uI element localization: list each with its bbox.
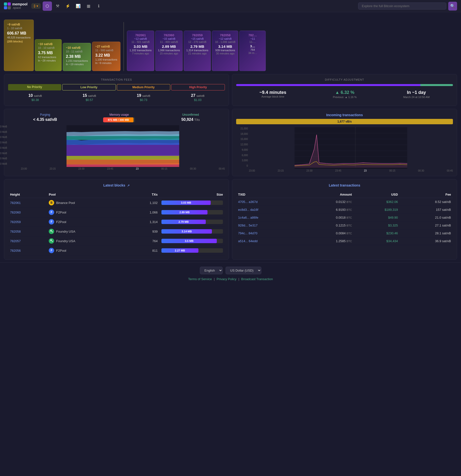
latest-transactions-table: TXID Amount USD Fee 4705... a367d 0.0132… [236, 191, 453, 245]
search-icon: 🔍 [450, 4, 455, 8]
fee-item-2: 19 sat/vB $0.73 [137, 93, 150, 102]
fee-tab-low[interactable]: Low Priority [62, 84, 116, 90]
confirmed-block-0[interactable]: 782061 ~12 sat/vB 11 - 501 sat/vB 3.03 M… [127, 31, 154, 71]
main-content: ~9 sat/vB 1 - 10 sat/vB 606.67 MB 48,525… [0, 12, 461, 285]
incoming-chart-y-labels: 21,000 18,000 15,000 12,000 9,000 6,000 … [236, 127, 248, 167]
lightning-icon: ⚡ [65, 4, 70, 8]
tx-txid[interactable]: 928d... 5e317 [236, 222, 301, 229]
pool-icon: ⛏ [49, 229, 54, 234]
block-pool: B Binance Pool [47, 198, 128, 208]
fee-tab-high[interactable]: High Priority [171, 84, 225, 90]
tx-txid[interactable]: 4705... a367d [236, 198, 301, 206]
difficulty-panel: DIFFICULTY ADJUSTMENT ~9.4 minutes Avera… [232, 74, 457, 106]
nav-icon-info[interactable]: ℹ [94, 1, 103, 11]
block-height[interactable]: 782060 [8, 208, 47, 217]
confirmed-block-3-height: 782058 [215, 33, 236, 37]
col-txid: TXID [236, 191, 301, 198]
block-txs: 811 [128, 246, 159, 255]
block-height[interactable]: 782057 [8, 236, 47, 246]
header: mempool .space ₿ ▾ ⬡ ⚒ ⚡ 📊 ▦ ℹ 🔍 [0, 0, 461, 12]
tx-usd: $362.06 [354, 198, 400, 206]
nav-icon-lightning[interactable]: ⚡ [63, 1, 73, 11]
language-select[interactable]: English [200, 267, 223, 274]
bitcoin-dropdown[interactable]: ₿ ▾ [31, 3, 41, 9]
tx-txid[interactable]: a514... 64edd [236, 237, 301, 245]
block-pool: F F2Pool [47, 217, 128, 227]
memory-bar-inner: 871 MB / 300 MB [103, 117, 133, 122]
tx-txid[interactable]: 794c... 84d70 [236, 229, 301, 237]
block-txs: 1,066 [128, 208, 159, 217]
nav-icon-home[interactable]: ⬡ [43, 1, 52, 11]
confirmed-block-2-timeago: 21 minutes ago [186, 52, 208, 55]
latest-transactions-panel: Latest transactions TXID Amount USD Fee … [232, 179, 457, 260]
nav-icon-tools[interactable]: ⚒ [53, 1, 62, 11]
block-pool: F F2Pool [47, 208, 128, 217]
latest-transactions-title: Latest transactions [236, 183, 453, 187]
confirmed-block-0-fee: ~12 sat/vB [130, 37, 152, 40]
nav-icon-blocks[interactable]: ▦ [84, 1, 93, 11]
terms-link[interactable]: Terms of Service [188, 277, 212, 281]
difficulty-values: ~9.4 minutes Average block time ▲ 6.32 %… [236, 90, 453, 99]
difficulty-bar [236, 84, 453, 86]
unconfirmed-label: Unconfirmed [181, 113, 200, 116]
fee-item-0-sat: 10 sat/vB [28, 93, 42, 98]
mempool-block-1-size: 3.75 MB [38, 51, 59, 55]
tx-txid[interactable]: 1c4a6... a86fe [236, 214, 301, 222]
table-row: 782056 F F2Pool 811 2.27 MB [8, 246, 225, 255]
table-row: ec8d3... da16f 6.9193 BTC $189,319 157 s… [236, 206, 453, 214]
confirmed-block-3[interactable]: 782058 ~12 sat/vB 10 - 1,006 sat/vB 3.14… [212, 31, 238, 71]
mempool-block-2-txcount: 1,231 transactions [66, 59, 88, 62]
confirmed-block-4-partial[interactable]: 782… ~11 11-… 3… 764 34 m… [239, 31, 266, 71]
panels-row-charts: Purging < 4.35 sat/vB Memory usage 871 M… [0, 109, 461, 179]
confirmed-block-0-range: 11 - 501 sat/vB [130, 40, 152, 43]
fee-item-1-sat: 15 sat/vB [83, 93, 96, 98]
confirmed-block-3-fee: ~12 sat/vB [215, 37, 236, 40]
confirmed-block-1-height: 782060 [158, 33, 180, 37]
privacy-link[interactable]: Privacy Policy [217, 277, 236, 281]
search-button[interactable]: 🔍 [448, 2, 457, 11]
block-height[interactable]: 782061 [8, 198, 47, 208]
confirmed-block-1-txcount: 1,066 transactions [158, 49, 180, 52]
block-height[interactable]: 782059 [8, 217, 47, 227]
diff-eta-label: March 24 at 10:50 AM [403, 96, 430, 99]
latest-blocks-ext-link[interactable]: ↗ [127, 184, 130, 187]
table-row: 4705... a367d 0.0132 BTC $362.06 8.52 sa… [236, 198, 453, 206]
incoming-tx-title: Incoming transactions [236, 113, 453, 117]
col-pool: Pool [47, 191, 128, 198]
confirmed-block-2[interactable]: 782059 ~15 sat/vB 12 - 270 sat/vB 2.79 M… [184, 31, 211, 71]
nav-icon-chart[interactable]: 📊 [73, 1, 83, 11]
memory-label: Memory usage [103, 113, 135, 116]
fee-tab-no-priority[interactable]: No Priority [8, 84, 61, 90]
confirmed-block-0-timeago: 7 minutes ago [130, 52, 152, 55]
search-input[interactable] [358, 2, 446, 10]
block-height[interactable]: 782056 [8, 246, 47, 255]
mempool-unconfirmed: Unconfirmed 50,924 TXs [181, 113, 200, 122]
bottom-panels: Latest blocks ↗ Height Pool TXs Size 782… [0, 179, 461, 263]
footer: English US Dollar (USD) Terms of Service… [0, 263, 461, 285]
tx-txid[interactable]: ec8d3... da16f [236, 206, 301, 214]
confirmed-block-1[interactable]: 782060 ~15 sat/vB 11 - 469 sat/vB 2.89 M… [155, 31, 183, 71]
tx-usd: $230.46 [354, 229, 400, 237]
confirmed-block-2-fee: ~15 sat/vB [186, 37, 208, 40]
block-pool: ⛏ Foundry USA [47, 236, 128, 246]
block-size: 3.14 MB [159, 227, 225, 236]
transaction-fees-title: TRANSACTION FEES [8, 78, 225, 81]
tx-fee: 8.52 sat/vB [400, 198, 453, 206]
mempool-block-2: ~10 sat/vB 10 - 11 sat/vB 2.38 MB 1,231 … [63, 43, 91, 71]
latest-transactions-header: TXID Amount USD Fee [236, 191, 453, 198]
block-height[interactable]: 782058 [8, 227, 47, 236]
currency-select[interactable]: US Dollar (USD) [226, 267, 261, 274]
fee-item-2-sat: 19 sat/vB [137, 93, 150, 98]
col-amount: Amount [301, 191, 354, 198]
mempool-info-row: Purging < 4.35 sat/vB Memory usage 871 M… [8, 113, 225, 122]
home-icon: ⬡ [46, 4, 49, 8]
block-txs: 1,102 [128, 198, 159, 208]
logo-icon [4, 2, 11, 9]
incoming-chart-x-labels: 23:00 23:15 23:30 23:45 23 00:15 00:30 0… [249, 169, 453, 172]
mempool-block-3-size: 3.22 MB [95, 53, 117, 58]
broadcast-link[interactable]: Broadcast Transaction [241, 277, 273, 281]
fee-tab-medium[interactable]: Medium Priority [117, 84, 170, 90]
mempool-block-2-size: 2.38 MB [66, 54, 88, 59]
logo[interactable]: mempool .space [4, 2, 27, 10]
tx-usd: $189,319 [354, 206, 400, 214]
